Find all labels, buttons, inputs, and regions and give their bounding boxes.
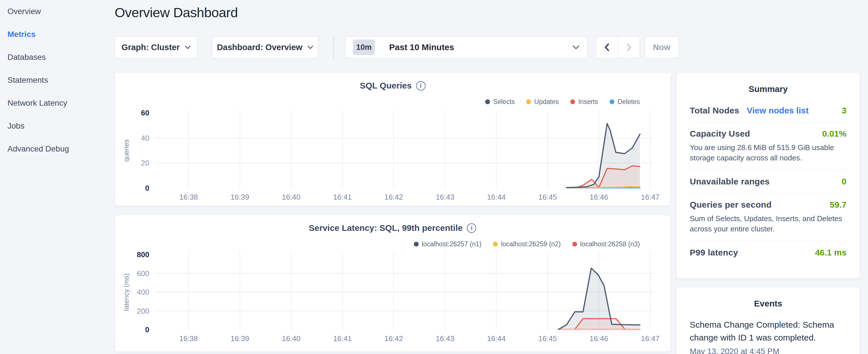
summary-desc: Sum of Selects, Updates, Inserts, and De… xyxy=(690,213,846,234)
sql-queries-plot: 16:3816:3916:4016:4116:4216:4316:4416:45… xyxy=(121,108,659,204)
x-tick-label: 16:43 xyxy=(436,334,454,343)
chevron-right-icon xyxy=(626,43,632,52)
y-tick-label: 400 xyxy=(137,288,149,296)
legend-dot-icon xyxy=(493,242,498,247)
summary-label: Total Nodes xyxy=(690,106,739,116)
summary-label: Queries per second xyxy=(690,200,772,210)
events-panel: Events Schema Change Completed: Schema c… xyxy=(676,287,860,354)
x-tick-label: 16:44 xyxy=(487,334,505,343)
legend-label: Updates xyxy=(534,98,559,106)
legend-item[interactable]: localhost:26258 (n3) xyxy=(572,240,640,248)
x-tick-label: 16:38 xyxy=(179,334,198,343)
event-item-text[interactable]: Schema Change Completed: Schema change w… xyxy=(690,318,846,344)
chart-title: SQL Queries xyxy=(360,81,411,91)
graph-scope-dropdown[interactable]: Graph: Cluster xyxy=(115,36,197,58)
legend-dot-icon xyxy=(485,99,490,104)
x-tick-label: 16:43 xyxy=(436,193,454,201)
chevron-left-icon xyxy=(604,43,610,52)
event-item-timestamp: May 13, 2020 at 4:45 PM xyxy=(690,347,846,354)
x-tick-label: 16:41 xyxy=(333,193,351,201)
legend-dot-icon xyxy=(526,99,531,104)
summary-row-p99-latency: P99 latency 46.1 ms xyxy=(690,241,846,264)
legend-label: localhost:26257 (n1) xyxy=(422,240,482,248)
events-title: Events xyxy=(690,287,846,309)
y-tick-label: 200 xyxy=(137,307,149,315)
legend-label: Selects xyxy=(493,98,515,106)
legend-item[interactable]: Inserts xyxy=(570,98,598,106)
now-button[interactable]: Now xyxy=(645,36,679,58)
y-tick-label: 800 xyxy=(137,250,149,259)
legend-item[interactable]: Deletes xyxy=(610,98,640,106)
legend-label: localhost:26259 (n2) xyxy=(501,240,560,248)
summary-panel: Summary Total Nodes View nodes list 3 Ca… xyxy=(676,72,860,279)
sidebar-item-databases[interactable]: Databases xyxy=(0,46,115,69)
time-range-badge: 10m xyxy=(353,39,375,55)
time-pager xyxy=(596,36,640,58)
summary-label: Unavailable ranges xyxy=(690,177,770,187)
sidebar: Overview Metrics Databases Statements Ne… xyxy=(0,0,115,160)
x-tick-label: 16:42 xyxy=(384,193,403,201)
sidebar-item-advanced-debug[interactable]: Advanced Debug xyxy=(0,137,115,160)
y-tick-label: 0 xyxy=(145,184,149,192)
chart-legend: localhost:26257 (n1)localhost:26259 (n2)… xyxy=(414,240,640,248)
summary-value: 59.7 xyxy=(830,200,846,210)
time-range-label: Past 10 Minutes xyxy=(389,42,454,52)
sidebar-item-metrics[interactable]: Metrics xyxy=(0,23,115,46)
x-tick-label: 16:45 xyxy=(538,334,557,343)
x-tick-label: 16:45 xyxy=(538,193,557,201)
page-title: Overview Dashboard xyxy=(115,5,238,20)
y-tick-label: 20 xyxy=(141,159,149,167)
legend-dot-icon xyxy=(414,242,419,247)
sidebar-item-jobs[interactable]: Jobs xyxy=(0,115,115,137)
sql-queries-chart-card: SQL Queries SelectsUpdatesInsertsDeletes… xyxy=(115,72,671,206)
y-tick-label: 0 xyxy=(145,325,149,334)
series-area xyxy=(576,166,640,188)
chart-title-row: SQL Queries xyxy=(115,81,670,91)
sidebar-item-statements[interactable]: Statements xyxy=(0,69,115,92)
x-tick-label: 16:46 xyxy=(589,334,608,343)
time-forward-button[interactable] xyxy=(618,37,640,58)
summary-value: 0 xyxy=(842,177,846,187)
info-icon[interactable] xyxy=(416,81,426,91)
summary-value: 3 xyxy=(842,106,846,116)
summary-label: Capacity Used xyxy=(690,129,750,139)
summary-value: 0.01% xyxy=(822,129,846,139)
chart-title: Service Latency: SQL, 99th percentile xyxy=(309,223,463,233)
y-axis-unit-label: latency (ms) xyxy=(122,273,130,311)
legend-item[interactable]: Selects xyxy=(485,98,515,106)
service-latency-chart-card: Service Latency: SQL, 99th percentile lo… xyxy=(115,215,671,352)
legend-item[interactable]: localhost:26257 (n1) xyxy=(414,240,482,248)
x-tick-label: 16:38 xyxy=(179,193,198,201)
legend-item[interactable]: Updates xyxy=(526,98,559,106)
x-tick-label: 16:44 xyxy=(487,193,505,201)
y-tick-label: 60 xyxy=(141,108,149,117)
summary-label: P99 latency xyxy=(690,248,738,257)
summary-row-unavailable-ranges: Unavailable ranges 0 xyxy=(690,170,846,193)
view-nodes-list-link[interactable]: View nodes list xyxy=(747,106,809,116)
x-tick-label: 16:42 xyxy=(384,334,403,343)
sidebar-item-overview[interactable]: Overview xyxy=(0,0,115,23)
legend-dot-icon xyxy=(570,99,575,104)
y-tick-label: 40 xyxy=(141,134,149,142)
metrics-page: Overview Metrics Databases Statements Ne… xyxy=(0,0,868,354)
sidebar-item-network-latency[interactable]: Network Latency xyxy=(0,92,115,115)
time-back-button[interactable] xyxy=(596,37,618,58)
x-tick-label: 16:40 xyxy=(282,193,300,201)
toolbar-divider xyxy=(333,36,334,59)
info-icon[interactable] xyxy=(467,223,476,233)
summary-rows: Total Nodes View nodes list 3 Capacity U… xyxy=(690,99,846,264)
chart-title-row: Service Latency: SQL, 99th percentile xyxy=(115,223,670,233)
legend-item[interactable]: localhost:26259 (n2) xyxy=(493,240,560,248)
x-tick-label: 16:40 xyxy=(282,334,300,343)
chart-legend: SelectsUpdatesInsertsDeletes xyxy=(485,98,640,106)
service-latency-plot: 16:3816:3916:4016:4116:4216:4316:4416:45… xyxy=(121,248,659,344)
dashboard-dropdown[interactable]: Dashboard: Overview xyxy=(212,36,318,58)
time-range-select[interactable]: 10m Past 10 Minutes xyxy=(345,36,587,58)
summary-desc: You are using 28.6 MiB of 515.9 GiB usab… xyxy=(690,142,846,163)
x-tick-label: 16:39 xyxy=(230,334,249,343)
graph-scope-dropdown-label: Graph: Cluster xyxy=(122,43,180,52)
legend-dot-icon xyxy=(610,99,614,104)
legend-label: localhost:26258 (n3) xyxy=(580,240,640,248)
y-axis-unit-label: queries xyxy=(122,139,130,162)
dashboard-dropdown-label: Dashboard: Overview xyxy=(217,43,302,52)
